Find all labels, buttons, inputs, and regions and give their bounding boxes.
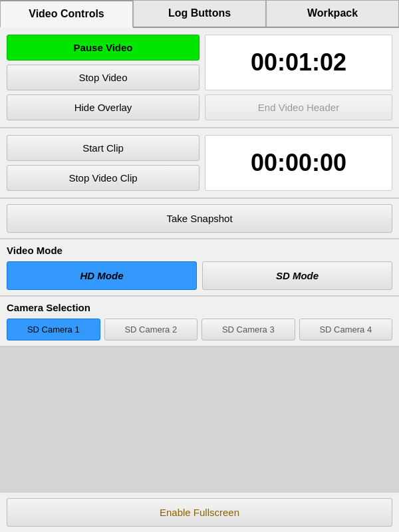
tab-log-buttons[interactable]: Log Buttons	[133, 0, 266, 27]
tab-bar: Video Controls Log Buttons Workpack	[0, 0, 399, 28]
tab-workpack[interactable]: Workpack	[266, 0, 399, 27]
clip-timer-display: 00:00:00	[205, 135, 392, 191]
enable-fullscreen-button[interactable]: Enable Fullscreen	[7, 498, 392, 527]
video-controls-section: Pause Video Stop Video Hide Overlay 00:0…	[0, 28, 399, 128]
camera-1-button[interactable]: SD Camera 1	[7, 319, 100, 340]
stop-video-button[interactable]: Stop Video	[7, 65, 200, 90]
main-container: Video Controls Log Buttons Workpack Paus…	[0, 0, 399, 532]
hide-overlay-button[interactable]: Hide Overlay	[7, 94, 200, 120]
clip-section: Start Clip Stop Video Clip 00:00:00	[0, 128, 399, 199]
hd-mode-button[interactable]: HD Mode	[7, 261, 197, 290]
camera-selection-section: Camera Selection SD Camera 1 SD Camera 2…	[0, 297, 399, 347]
snapshot-section: Take Snapshot	[0, 199, 399, 239]
video-mode-label: Video Mode	[7, 245, 392, 256]
camera-selection-label: Camera Selection	[7, 302, 392, 313]
start-clip-button[interactable]: Start Clip	[7, 135, 200, 161]
video-mode-section: Video Mode HD Mode SD Mode	[0, 239, 399, 297]
main-timer-display: 00:01:02	[205, 35, 392, 90]
end-video-header-button[interactable]: End Video Header	[205, 94, 392, 120]
video-mode-buttons: HD Mode SD Mode	[7, 261, 392, 290]
video-buttons-column: Pause Video Stop Video Hide Overlay	[7, 35, 200, 120]
clip-buttons-column: Start Clip Stop Video Clip	[7, 135, 200, 191]
camera-buttons-row: SD Camera 1 SD Camera 2 SD Camera 3 SD C…	[7, 319, 392, 340]
camera-4-button[interactable]: SD Camera 4	[299, 319, 393, 340]
take-snapshot-button[interactable]: Take Snapshot	[7, 204, 392, 233]
fullscreen-section: Enable Fullscreen	[0, 493, 399, 532]
camera-3-button[interactable]: SD Camera 3	[201, 319, 295, 340]
camera-2-button[interactable]: SD Camera 2	[104, 319, 198, 340]
pause-video-button[interactable]: Pause Video	[7, 35, 200, 61]
tab-video-controls[interactable]: Video Controls	[0, 0, 133, 28]
sd-mode-button[interactable]: SD Mode	[202, 261, 392, 290]
stop-video-clip-button[interactable]: Stop Video Clip	[7, 165, 200, 191]
